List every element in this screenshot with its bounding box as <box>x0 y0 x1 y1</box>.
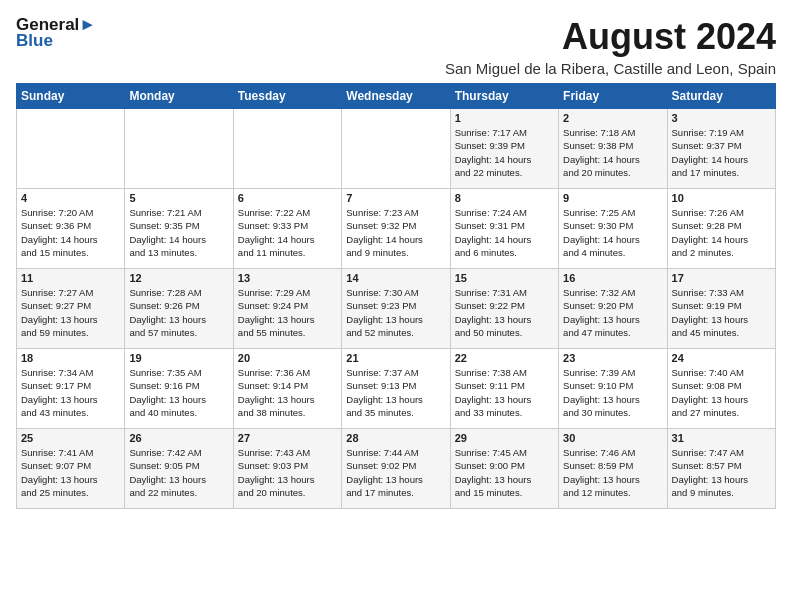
calendar-cell: 31Sunrise: 7:47 AM Sunset: 8:57 PM Dayli… <box>667 429 775 509</box>
day-info: Sunrise: 7:47 AM Sunset: 8:57 PM Dayligh… <box>672 446 771 499</box>
day-info: Sunrise: 7:45 AM Sunset: 9:00 PM Dayligh… <box>455 446 554 499</box>
calendar-week-5: 25Sunrise: 7:41 AM Sunset: 9:07 PM Dayli… <box>17 429 776 509</box>
day-info: Sunrise: 7:31 AM Sunset: 9:22 PM Dayligh… <box>455 286 554 339</box>
day-number: 13 <box>238 272 337 284</box>
day-info: Sunrise: 7:17 AM Sunset: 9:39 PM Dayligh… <box>455 126 554 179</box>
weekday-header-tuesday: Tuesday <box>233 84 341 109</box>
logo-text: General► Blue <box>16 16 96 50</box>
day-info: Sunrise: 7:42 AM Sunset: 9:05 PM Dayligh… <box>129 446 228 499</box>
day-number: 17 <box>672 272 771 284</box>
calendar-cell <box>342 109 450 189</box>
day-info: Sunrise: 7:43 AM Sunset: 9:03 PM Dayligh… <box>238 446 337 499</box>
weekday-header-monday: Monday <box>125 84 233 109</box>
calendar-cell <box>125 109 233 189</box>
calendar-cell: 7Sunrise: 7:23 AM Sunset: 9:32 PM Daylig… <box>342 189 450 269</box>
calendar-week-1: 1Sunrise: 7:17 AM Sunset: 9:39 PM Daylig… <box>17 109 776 189</box>
day-number: 18 <box>21 352 120 364</box>
day-number: 25 <box>21 432 120 444</box>
calendar-table: SundayMondayTuesdayWednesdayThursdayFrid… <box>16 83 776 509</box>
day-info: Sunrise: 7:37 AM Sunset: 9:13 PM Dayligh… <box>346 366 445 419</box>
calendar-cell: 11Sunrise: 7:27 AM Sunset: 9:27 PM Dayli… <box>17 269 125 349</box>
day-number: 30 <box>563 432 662 444</box>
day-number: 11 <box>21 272 120 284</box>
day-info: Sunrise: 7:27 AM Sunset: 9:27 PM Dayligh… <box>21 286 120 339</box>
day-number: 14 <box>346 272 445 284</box>
calendar-cell: 1Sunrise: 7:17 AM Sunset: 9:39 PM Daylig… <box>450 109 558 189</box>
day-info: Sunrise: 7:35 AM Sunset: 9:16 PM Dayligh… <box>129 366 228 419</box>
calendar-cell: 22Sunrise: 7:38 AM Sunset: 9:11 PM Dayli… <box>450 349 558 429</box>
day-number: 22 <box>455 352 554 364</box>
day-number: 26 <box>129 432 228 444</box>
calendar-cell: 25Sunrise: 7:41 AM Sunset: 9:07 PM Dayli… <box>17 429 125 509</box>
calendar-cell: 2Sunrise: 7:18 AM Sunset: 9:38 PM Daylig… <box>559 109 667 189</box>
day-number: 19 <box>129 352 228 364</box>
day-number: 1 <box>455 112 554 124</box>
day-info: Sunrise: 7:21 AM Sunset: 9:35 PM Dayligh… <box>129 206 228 259</box>
day-number: 9 <box>563 192 662 204</box>
day-number: 10 <box>672 192 771 204</box>
calendar-cell: 13Sunrise: 7:29 AM Sunset: 9:24 PM Dayli… <box>233 269 341 349</box>
weekday-header-sunday: Sunday <box>17 84 125 109</box>
calendar-cell: 4Sunrise: 7:20 AM Sunset: 9:36 PM Daylig… <box>17 189 125 269</box>
day-number: 28 <box>346 432 445 444</box>
calendar-cell: 30Sunrise: 7:46 AM Sunset: 8:59 PM Dayli… <box>559 429 667 509</box>
calendar-cell: 29Sunrise: 7:45 AM Sunset: 9:00 PM Dayli… <box>450 429 558 509</box>
day-info: Sunrise: 7:39 AM Sunset: 9:10 PM Dayligh… <box>563 366 662 419</box>
calendar-cell <box>17 109 125 189</box>
calendar-cell: 17Sunrise: 7:33 AM Sunset: 9:19 PM Dayli… <box>667 269 775 349</box>
day-info: Sunrise: 7:22 AM Sunset: 9:33 PM Dayligh… <box>238 206 337 259</box>
calendar-cell: 20Sunrise: 7:36 AM Sunset: 9:14 PM Dayli… <box>233 349 341 429</box>
day-number: 16 <box>563 272 662 284</box>
calendar-cell: 12Sunrise: 7:28 AM Sunset: 9:26 PM Dayli… <box>125 269 233 349</box>
day-number: 15 <box>455 272 554 284</box>
calendar-cell: 8Sunrise: 7:24 AM Sunset: 9:31 PM Daylig… <box>450 189 558 269</box>
day-number: 6 <box>238 192 337 204</box>
day-number: 12 <box>129 272 228 284</box>
day-number: 5 <box>129 192 228 204</box>
day-number: 2 <box>563 112 662 124</box>
calendar-cell: 5Sunrise: 7:21 AM Sunset: 9:35 PM Daylig… <box>125 189 233 269</box>
day-info: Sunrise: 7:24 AM Sunset: 9:31 PM Dayligh… <box>455 206 554 259</box>
day-number: 21 <box>346 352 445 364</box>
calendar-week-3: 11Sunrise: 7:27 AM Sunset: 9:27 PM Dayli… <box>17 269 776 349</box>
logo: General► Blue <box>16 16 96 50</box>
day-number: 7 <box>346 192 445 204</box>
day-number: 27 <box>238 432 337 444</box>
calendar-week-4: 18Sunrise: 7:34 AM Sunset: 9:17 PM Dayli… <box>17 349 776 429</box>
day-number: 24 <box>672 352 771 364</box>
day-info: Sunrise: 7:26 AM Sunset: 9:28 PM Dayligh… <box>672 206 771 259</box>
day-number: 4 <box>21 192 120 204</box>
title-area: August 2024 San Miguel de la Ribera, Cas… <box>445 16 776 77</box>
day-info: Sunrise: 7:30 AM Sunset: 9:23 PM Dayligh… <box>346 286 445 339</box>
subtitle: San Miguel de la Ribera, Castille and Le… <box>445 60 776 77</box>
calendar-week-2: 4Sunrise: 7:20 AM Sunset: 9:36 PM Daylig… <box>17 189 776 269</box>
day-info: Sunrise: 7:41 AM Sunset: 9:07 PM Dayligh… <box>21 446 120 499</box>
calendar-cell: 3Sunrise: 7:19 AM Sunset: 9:37 PM Daylig… <box>667 109 775 189</box>
calendar-cell: 28Sunrise: 7:44 AM Sunset: 9:02 PM Dayli… <box>342 429 450 509</box>
weekday-header-saturday: Saturday <box>667 84 775 109</box>
weekday-header-friday: Friday <box>559 84 667 109</box>
calendar-cell: 27Sunrise: 7:43 AM Sunset: 9:03 PM Dayli… <box>233 429 341 509</box>
calendar-cell: 21Sunrise: 7:37 AM Sunset: 9:13 PM Dayli… <box>342 349 450 429</box>
day-info: Sunrise: 7:32 AM Sunset: 9:20 PM Dayligh… <box>563 286 662 339</box>
day-info: Sunrise: 7:38 AM Sunset: 9:11 PM Dayligh… <box>455 366 554 419</box>
day-info: Sunrise: 7:18 AM Sunset: 9:38 PM Dayligh… <box>563 126 662 179</box>
calendar-cell: 18Sunrise: 7:34 AM Sunset: 9:17 PM Dayli… <box>17 349 125 429</box>
calendar-cell: 14Sunrise: 7:30 AM Sunset: 9:23 PM Dayli… <box>342 269 450 349</box>
weekday-header-wednesday: Wednesday <box>342 84 450 109</box>
day-info: Sunrise: 7:28 AM Sunset: 9:26 PM Dayligh… <box>129 286 228 339</box>
calendar-cell: 16Sunrise: 7:32 AM Sunset: 9:20 PM Dayli… <box>559 269 667 349</box>
day-number: 20 <box>238 352 337 364</box>
calendar-cell: 15Sunrise: 7:31 AM Sunset: 9:22 PM Dayli… <box>450 269 558 349</box>
main-title: August 2024 <box>445 16 776 58</box>
calendar-cell <box>233 109 341 189</box>
day-info: Sunrise: 7:46 AM Sunset: 8:59 PM Dayligh… <box>563 446 662 499</box>
calendar-cell: 9Sunrise: 7:25 AM Sunset: 9:30 PM Daylig… <box>559 189 667 269</box>
day-info: Sunrise: 7:40 AM Sunset: 9:08 PM Dayligh… <box>672 366 771 419</box>
day-info: Sunrise: 7:25 AM Sunset: 9:30 PM Dayligh… <box>563 206 662 259</box>
weekday-header-thursday: Thursday <box>450 84 558 109</box>
day-number: 8 <box>455 192 554 204</box>
day-info: Sunrise: 7:20 AM Sunset: 9:36 PM Dayligh… <box>21 206 120 259</box>
calendar-cell: 10Sunrise: 7:26 AM Sunset: 9:28 PM Dayli… <box>667 189 775 269</box>
day-number: 23 <box>563 352 662 364</box>
